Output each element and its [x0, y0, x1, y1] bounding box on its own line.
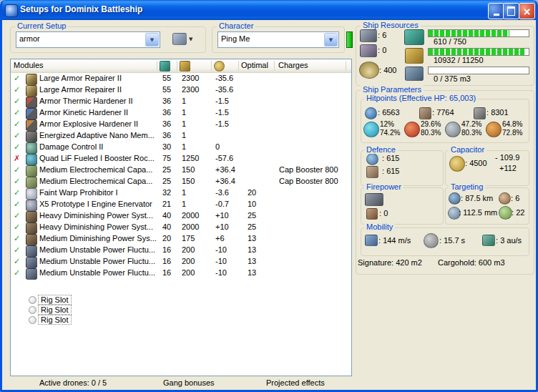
- modules-column-header: Modules: [14, 61, 44, 69]
- armor-repairer-icon: [26, 85, 37, 97]
- cpu-value: 16: [162, 245, 171, 254]
- modules-table-header: Modules Optimal Charges: [11, 59, 351, 73]
- module-row[interactable]: ✓Medium Unstable Power Fluctu...16200-10…: [11, 245, 351, 256]
- titlebar[interactable]: Setups for Dominix Battleship ×: [0, 0, 538, 20]
- cpu-value: 25: [162, 177, 171, 185]
- turret-battery-icon: [365, 193, 383, 206]
- active-drones-label[interactable]: Active drones: 0 / 5: [39, 378, 107, 387]
- module-row[interactable]: ✓Medium Electrochemical Capa...25150+36.…: [11, 165, 351, 176]
- capacitor-value: +36.4: [215, 165, 235, 174]
- module-name: Large Armor Repairer II: [39, 85, 122, 94]
- explosive-armor-resist: 72.8%: [502, 129, 522, 137]
- armor-hp-value: 7764: [432, 108, 454, 117]
- powergrid-value: 200: [182, 268, 195, 277]
- rig-slot-label: Rig Slot: [38, 305, 72, 315]
- maximize-icon: [507, 6, 515, 16]
- powergrid-value: 2300: [182, 74, 199, 82]
- module-row[interactable]: ✓Medium Unstable Power Fluctu...16200-10…: [11, 268, 351, 279]
- rig-slot-row[interactable]: Rig Slot: [11, 295, 351, 305]
- capacitor-value: -10: [215, 268, 227, 277]
- optimal-value: 13: [248, 234, 256, 242]
- module-name: Energized Adaptive Nano Mem...: [39, 131, 155, 139]
- module-row[interactable]: ✓Medium Electrochemical Capa...25150+36.…: [11, 176, 351, 187]
- module-row[interactable]: ✓Armor Kinetic Hardener II361-1.5: [11, 107, 351, 119]
- launcher-slots-icon: [360, 44, 377, 57]
- nosferatu-icon: [26, 234, 37, 245]
- setup-combo-arrow-icon[interactable]: ▼: [145, 33, 159, 46]
- turret-slots-value: 6: [378, 31, 386, 39]
- maximize-button[interactable]: [503, 3, 519, 19]
- minimize-button[interactable]: [488, 3, 504, 19]
- module-row[interactable]: ✓Medium Unstable Power Fluctu...16200-10…: [11, 256, 351, 268]
- warp-prohibitor-icon: [26, 188, 37, 200]
- cpu-value: 55: [162, 74, 171, 82]
- powergrid-bar: [428, 48, 529, 56]
- cpu-value: 36: [162, 97, 171, 105]
- dronebay-icon: [405, 67, 424, 81]
- charges-value: Cap Booster 800: [279, 177, 338, 185]
- status-ok-icon: ✓: [14, 142, 22, 152]
- hitpoints-label: Hitpoints (Effective HP: 65,003): [364, 94, 478, 102]
- module-row[interactable]: ✓Large Armor Repairer II552300-35.6: [11, 84, 351, 96]
- close-button[interactable]: ×: [519, 3, 535, 19]
- cpu-value: 40: [162, 211, 171, 220]
- tools-dropdown-arrow-icon: ▼: [189, 36, 192, 42]
- status-ok-icon: ✓: [14, 245, 22, 255]
- status-ok-icon: ✓: [14, 200, 22, 209]
- status-ok-icon: ✓: [14, 165, 22, 175]
- kinetic-resist-icon: [445, 122, 461, 137]
- defence-value-2: 615: [382, 167, 399, 175]
- sensor-strength-icon: [499, 206, 512, 220]
- capacitor-value: -35.6: [215, 74, 233, 82]
- cargohold-value: Cargohold: 600 m3: [438, 258, 505, 267]
- cpu-value: 36: [162, 108, 171, 117]
- cpu-value: 36: [162, 131, 171, 139]
- module-row[interactable]: ✓Damage Control II3010: [11, 142, 351, 153]
- projected-effects-label[interactable]: Projected effects: [266, 378, 325, 387]
- explosive-shield-resist: 64.8%: [502, 120, 522, 128]
- warp-speed-value: 3 au/s: [496, 236, 522, 245]
- scan-resolution-value: 112.5 mm: [459, 208, 497, 217]
- cap-booster-icon: [26, 177, 37, 188]
- module-row[interactable]: ✓Armor Explosive Hardener II361-1.5: [11, 119, 351, 130]
- cap-booster-icon: [26, 165, 37, 177]
- module-row[interactable]: ✗Quad LiF Fueled I Booster Roc...751250-…: [11, 153, 351, 165]
- shield-hp-value: 6563: [378, 108, 400, 117]
- signature-value: Signature: 420 m2: [358, 258, 422, 267]
- module-row[interactable]: ✓Medium Diminishing Power Sys...20175+61…: [11, 233, 351, 245]
- module-row[interactable]: ✓Heavy Diminishing Power Syst...402000+1…: [11, 222, 351, 233]
- gang-bonuses-label[interactable]: Gang bonuses: [163, 378, 215, 387]
- capacitor-value: -0.7: [215, 200, 229, 208]
- cpu-value: 25: [162, 165, 171, 174]
- rig-slot-row[interactable]: Rig Slot: [11, 315, 351, 325]
- optimal-value: 13: [248, 245, 256, 254]
- dronebay-usage-text: 0 / 375 m3: [434, 74, 471, 83]
- cpu-value: 40: [162, 222, 171, 231]
- module-row[interactable]: ✓Energized Adaptive Nano Mem...361: [11, 130, 351, 142]
- thermal-resist-icon: [404, 122, 420, 137]
- character-combobox[interactable]: Ping Me ▼: [217, 31, 339, 48]
- module-name: Heavy Diminishing Power Syst...: [39, 222, 153, 231]
- capacitor-column-icon: [214, 61, 225, 72]
- setup-combobox[interactable]: armor ▼: [16, 31, 160, 48]
- dps-value: 0: [379, 209, 388, 217]
- warp-speed-icon: [482, 235, 495, 246]
- powergrid-value: 1: [182, 131, 186, 139]
- module-row[interactable]: ✓Armor Thermic Hardener II361-1.5: [11, 96, 351, 107]
- optimal-value: 13: [248, 268, 256, 277]
- thermal-shield-resist: 29.6%: [421, 120, 441, 128]
- rig-slot-icon: [29, 296, 36, 304]
- capacitor-value: -1.5: [215, 97, 229, 105]
- module-row[interactable]: ✓X5 Prototype I Engine Enervator211-0.71…: [11, 199, 351, 210]
- targeting-range-icon: [449, 192, 461, 205]
- module-row[interactable]: ✓Faint Warp Prohibitor I321-3.620: [11, 187, 351, 199]
- character-combo-arrow-icon[interactable]: ▼: [324, 33, 338, 46]
- cpu-value: 16: [162, 268, 171, 277]
- setup-tools-button[interactable]: ▼: [169, 31, 196, 47]
- module-row[interactable]: ✓Large Armor Repairer II552300-35.6: [11, 73, 351, 84]
- character-skill-indicator: [346, 31, 353, 48]
- powergrid-value: 1: [182, 200, 186, 208]
- capacitor-value: -1.5: [215, 108, 229, 117]
- module-row[interactable]: ✓Heavy Diminishing Power Syst...402000+1…: [11, 210, 351, 222]
- rig-slot-row[interactable]: Rig Slot: [11, 305, 351, 315]
